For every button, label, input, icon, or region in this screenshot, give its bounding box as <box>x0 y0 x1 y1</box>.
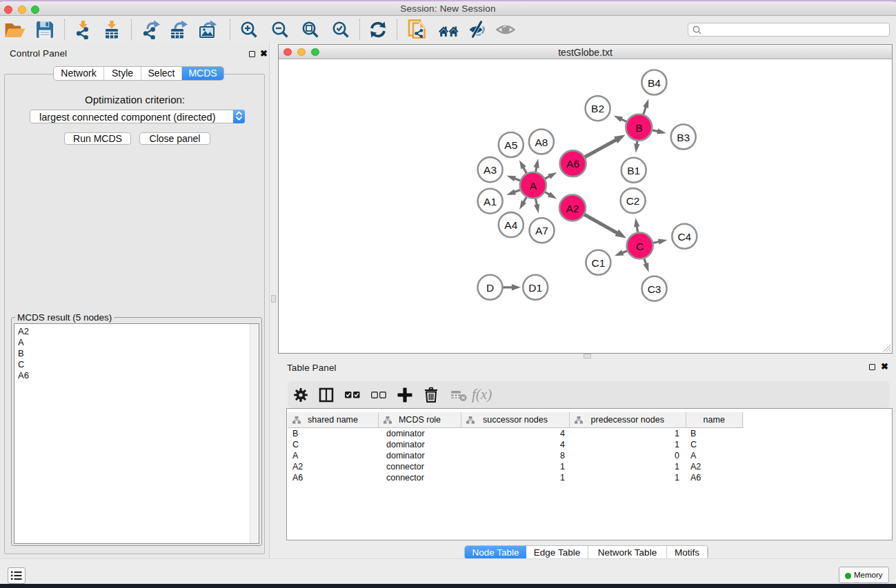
svg-text:A1: A1 <box>484 196 497 207</box>
svg-text:B2: B2 <box>591 103 604 114</box>
svg-text:A: A <box>530 180 537 192</box>
svg-text:A7: A7 <box>535 225 548 236</box>
svg-text:B: B <box>635 122 642 134</box>
svg-text:C1: C1 <box>591 257 605 269</box>
svg-text:A6: A6 <box>566 158 579 170</box>
svg-text:B4: B4 <box>648 77 661 89</box>
svg-text:A5: A5 <box>504 139 517 151</box>
svg-text:C2: C2 <box>626 195 640 207</box>
svg-text:A3: A3 <box>484 164 497 176</box>
svg-text:A2: A2 <box>566 203 579 214</box>
svg-text:C3: C3 <box>648 283 661 295</box>
svg-text:C: C <box>636 241 644 252</box>
svg-text:B3: B3 <box>677 132 690 143</box>
svg-text:D1: D1 <box>528 282 542 294</box>
svg-text:C4: C4 <box>677 231 691 243</box>
svg-text:A4: A4 <box>504 219 517 231</box>
svg-text:B1: B1 <box>627 165 640 176</box>
svg-text:A8: A8 <box>535 136 548 148</box>
svg-text:f(x): f(x) <box>472 387 492 403</box>
svg-text:D: D <box>486 282 494 294</box>
